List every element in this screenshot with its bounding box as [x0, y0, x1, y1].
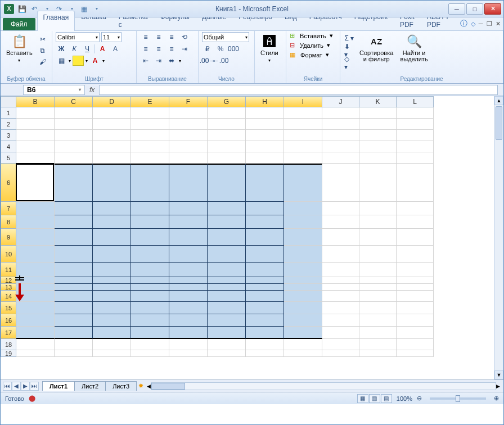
- cell[interactable]: [169, 107, 208, 119]
- ribbon-tab-главная[interactable]: Главная: [37, 11, 75, 31]
- cell[interactable]: [93, 263, 131, 277]
- cell[interactable]: [55, 277, 93, 284]
- cell[interactable]: [16, 107, 55, 119]
- cell[interactable]: [284, 277, 322, 284]
- align-bottom-icon[interactable]: ≡: [166, 32, 177, 42]
- row-header-3[interactable]: 3: [1, 130, 16, 141]
- zoom-value[interactable]: 100%: [397, 395, 412, 402]
- sheet-tab-Лист2[interactable]: Лист2: [74, 381, 106, 391]
- sheet-tab-Лист1[interactable]: Лист1: [42, 381, 75, 391]
- cell[interactable]: [169, 339, 208, 350]
- cell[interactable]: [93, 152, 131, 164]
- cell[interactable]: [322, 291, 359, 302]
- cell[interactable]: [93, 350, 131, 357]
- cell[interactable]: [397, 284, 434, 291]
- cell[interactable]: [208, 339, 246, 350]
- cell[interactable]: [397, 107, 434, 119]
- cell[interactable]: [16, 229, 55, 246]
- border-button[interactable]: ▦: [56, 56, 67, 66]
- col-header-L[interactable]: L: [397, 96, 434, 107]
- cell[interactable]: [131, 314, 169, 327]
- cell[interactable]: [208, 291, 246, 302]
- cut-icon[interactable]: ✂: [37, 34, 48, 44]
- cell[interactable]: [16, 339, 55, 350]
- cell[interactable]: [246, 130, 284, 141]
- cell[interactable]: [208, 202, 246, 215]
- minimize-button[interactable]: ─: [448, 3, 465, 15]
- cell[interactable]: [322, 164, 359, 202]
- italic-button[interactable]: К: [69, 44, 80, 54]
- cell[interactable]: [246, 246, 284, 263]
- styles-button[interactable]: 🅰 Стили ▾: [258, 32, 281, 65]
- dec-decimal-icon[interactable]: ←.00: [215, 56, 226, 66]
- cell[interactable]: [16, 277, 55, 284]
- cell[interactable]: [397, 119, 434, 130]
- cell[interactable]: [284, 202, 322, 215]
- cell[interactable]: [55, 141, 93, 152]
- cell[interactable]: [131, 130, 169, 141]
- cell[interactable]: [359, 202, 397, 215]
- cell[interactable]: [397, 229, 434, 246]
- cell[interactable]: [322, 327, 359, 339]
- cell[interactable]: [93, 107, 131, 119]
- cell[interactable]: [131, 152, 169, 164]
- cell[interactable]: [93, 291, 131, 302]
- cell[interactable]: [16, 291, 55, 302]
- cell[interactable]: [169, 130, 208, 141]
- workbook-minimize-icon[interactable]: ─: [479, 20, 483, 27]
- cell[interactable]: [359, 164, 397, 202]
- wrap-text-icon[interactable]: ⇥: [179, 44, 190, 54]
- cell[interactable]: [284, 229, 322, 246]
- cell[interactable]: [16, 302, 55, 314]
- cell[interactable]: [55, 152, 93, 164]
- col-header-K[interactable]: K: [359, 96, 397, 107]
- cell[interactable]: [93, 141, 131, 152]
- cell[interactable]: [322, 141, 359, 152]
- cell[interactable]: [246, 107, 284, 119]
- cell[interactable]: [246, 339, 284, 350]
- cell[interactable]: [359, 291, 397, 302]
- maximize-button[interactable]: □: [466, 3, 483, 15]
- cell[interactable]: [169, 350, 208, 357]
- view-pagebreak-icon[interactable]: ▤: [381, 394, 392, 403]
- cell[interactable]: [322, 152, 359, 164]
- cells-format-button[interactable]: ▦ Формат ▾: [290, 51, 329, 58]
- align-middle-icon[interactable]: ≡: [153, 32, 164, 42]
- currency-icon[interactable]: ₽: [202, 44, 213, 54]
- cell[interactable]: [208, 152, 246, 164]
- zoom-in-button[interactable]: ⊕: [494, 395, 499, 402]
- cell[interactable]: [359, 314, 397, 327]
- cell[interactable]: [208, 350, 246, 357]
- col-header-G[interactable]: G: [208, 96, 246, 107]
- row-header-13[interactable]: 13: [1, 284, 16, 291]
- row-header-15[interactable]: 15: [1, 302, 16, 314]
- cell[interactable]: [16, 314, 55, 327]
- cell[interactable]: [169, 141, 208, 152]
- cell[interactable]: [284, 327, 322, 339]
- cell[interactable]: [208, 277, 246, 284]
- cell[interactable]: [55, 314, 93, 327]
- cell[interactable]: [93, 119, 131, 130]
- row-header-18[interactable]: 18: [1, 339, 16, 350]
- font-color-a1[interactable]: A: [97, 44, 108, 54]
- cell[interactable]: [208, 141, 246, 152]
- clear-icon[interactable]: ◇ ▾: [344, 58, 355, 68]
- cell[interactable]: [397, 327, 434, 339]
- row-header-10[interactable]: 10: [1, 246, 16, 263]
- cell[interactable]: [55, 246, 93, 263]
- cell[interactable]: [246, 277, 284, 284]
- percent-icon[interactable]: %: [215, 44, 226, 54]
- cell[interactable]: [359, 302, 397, 314]
- cell[interactable]: [246, 314, 284, 327]
- formula-bar[interactable]: [99, 85, 498, 95]
- orientation-icon[interactable]: ⟲: [179, 32, 190, 42]
- cell[interactable]: [284, 350, 322, 357]
- cell[interactable]: [131, 284, 169, 291]
- row-header-4[interactable]: 4: [1, 141, 16, 152]
- cell[interactable]: [169, 291, 208, 302]
- cell[interactable]: [208, 119, 246, 130]
- cell[interactable]: [322, 130, 359, 141]
- cell[interactable]: [397, 202, 434, 215]
- cell[interactable]: [93, 327, 131, 339]
- zoom-slider[interactable]: [430, 397, 486, 400]
